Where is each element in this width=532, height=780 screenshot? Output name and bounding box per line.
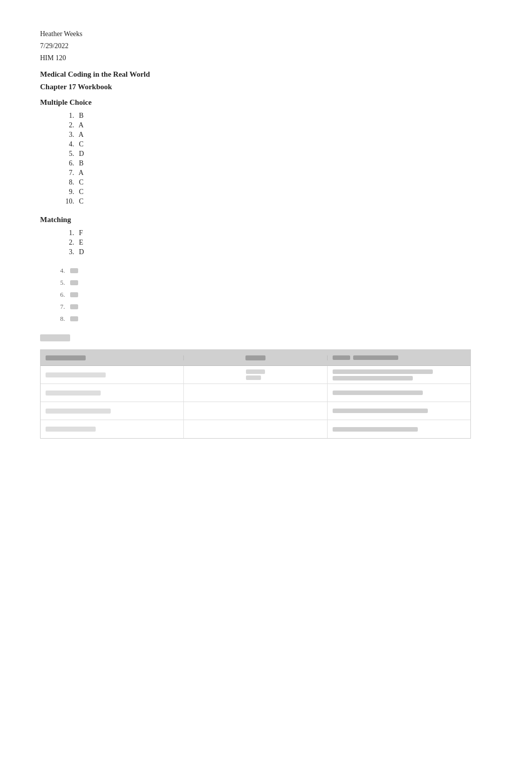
course: HIM 120: [40, 54, 411, 62]
blurred-item: 6.: [60, 290, 411, 299]
blurred-item: 5.: [60, 278, 411, 287]
table-cell: [328, 420, 470, 438]
table-header: [41, 350, 470, 366]
table-cell: [328, 366, 470, 383]
matching-heading: Matching: [40, 216, 411, 224]
table-row: [41, 384, 470, 402]
table-row: [41, 402, 470, 420]
list-item: 6. B: [60, 159, 411, 167]
table-cell: [184, 366, 327, 383]
list-item: 2. A: [60, 121, 411, 129]
table-cell: [41, 420, 184, 438]
blurred-label: [40, 334, 70, 341]
list-item: 2. E: [60, 239, 411, 247]
list-item: 9. C: [60, 188, 411, 196]
table-cell: [184, 420, 327, 438]
table-cell: [328, 384, 470, 402]
page-content: Heather Weeks 7/29/2022 HIM 120 Medical …: [0, 0, 451, 469]
book-title: Medical Coding in the Real World: [40, 70, 411, 79]
blurred-item: 8.: [60, 314, 411, 323]
list-item: 3. A: [60, 131, 411, 139]
table-cell: [184, 384, 327, 402]
table-cell: [41, 384, 184, 402]
list-item: 10. C: [60, 198, 411, 206]
table-row: [41, 420, 470, 438]
table-cell: [328, 402, 470, 420]
blurred-item: 4.: [60, 266, 411, 275]
table-header-cell: [328, 355, 470, 360]
list-item: 4. C: [60, 140, 411, 148]
table-cell: [184, 402, 327, 420]
list-item: 3. D: [60, 248, 411, 256]
student-name: Heather Weeks: [40, 30, 411, 38]
table-cell: [41, 402, 184, 420]
list-item: 5. D: [60, 150, 411, 158]
list-item: 1. B: [60, 112, 411, 120]
blurred-matching-section: 4. 5. 6. 7. 8.: [60, 266, 411, 323]
blurred-item: 7.: [60, 302, 411, 311]
list-item: 1. F: [60, 229, 411, 237]
date: 7/29/2022: [40, 42, 411, 50]
table-header-cell: [41, 355, 184, 360]
multiple-choice-list: 1. B 2. A 3. A 4. C 5. D 6. B 7. A 8. C …: [60, 112, 411, 206]
table-header-cell: [184, 355, 327, 360]
data-table: [40, 349, 471, 439]
table-row: [41, 366, 470, 384]
matching-list: 1. F 2. E 3. D: [60, 229, 411, 256]
table-cell: [41, 366, 184, 383]
list-item: 7. A: [60, 169, 411, 177]
chapter-title: Chapter 17 Workbook: [40, 83, 411, 91]
list-item: 8. C: [60, 178, 411, 186]
multiple-choice-heading: Multiple Choice: [40, 98, 411, 107]
